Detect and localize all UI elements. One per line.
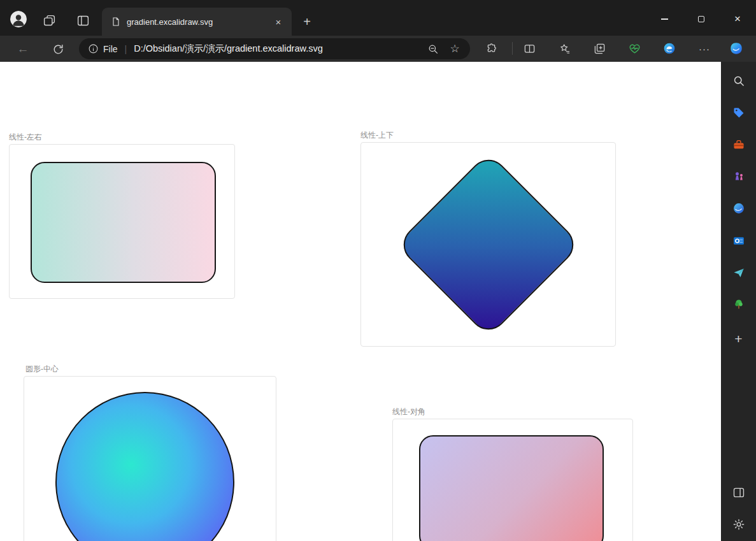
site-info-icon[interactable] bbox=[88, 43, 99, 54]
shopping-icon[interactable] bbox=[729, 103, 748, 122]
games-icon[interactable] bbox=[729, 166, 748, 186]
toolbar-divider bbox=[512, 42, 513, 55]
address-separator: | bbox=[125, 44, 127, 54]
file-icon bbox=[111, 17, 121, 27]
url-text: D:/Obsidian/演示/演示/gradient.excalidraw.sv… bbox=[134, 43, 419, 55]
shape-card-radial-center bbox=[24, 376, 276, 541]
shape-card-linear-lr bbox=[9, 144, 235, 299]
search-icon[interactable] bbox=[729, 71, 748, 90]
shape-label-linear-diag: 线性-对角 bbox=[392, 407, 425, 417]
shape-label-linear-tb: 线性-上下 bbox=[360, 130, 394, 141]
split-screen-icon[interactable] bbox=[520, 39, 539, 58]
address-bar[interactable]: File | D:/Obsidian/演示/演示/gradient.excali… bbox=[79, 38, 470, 59]
window-minimize-button[interactable] bbox=[650, 9, 679, 29]
titlebar: gradient.excalidraw.svg × + × bbox=[0, 0, 756, 36]
shape-card-linear-tb bbox=[360, 142, 616, 347]
gradient-rect-diagonal bbox=[419, 435, 604, 541]
refresh-button[interactable] bbox=[48, 39, 68, 59]
browser-essentials-icon[interactable] bbox=[625, 39, 644, 58]
sidebar-customize-icon[interactable]: + bbox=[729, 329, 748, 349]
scheme-label: File bbox=[103, 44, 118, 54]
window-maximize-button[interactable] bbox=[687, 9, 716, 29]
new-tab-button[interactable]: + bbox=[297, 12, 317, 31]
edge-logo-icon[interactable] bbox=[660, 39, 679, 58]
gradient-rect-left-right bbox=[31, 162, 216, 283]
settings-gear-icon[interactable] bbox=[729, 514, 748, 534]
shape-label-radial-center: 圆形-中心 bbox=[25, 364, 59, 375]
toolbox-icon[interactable] bbox=[729, 134, 748, 154]
tab-actions-icon[interactable] bbox=[74, 11, 92, 29]
person-icon bbox=[10, 11, 27, 27]
page-content: 线性-左右 线性-上下 圆形-中心 线性-对角 bbox=[0, 62, 721, 541]
browser-tab[interactable]: gradient.excalidraw.svg × bbox=[102, 8, 292, 36]
back-button[interactable]: ← bbox=[13, 39, 33, 59]
gradient-circle-center bbox=[55, 392, 234, 541]
extensions-icon[interactable] bbox=[481, 39, 501, 58]
m365-icon[interactable] bbox=[729, 198, 748, 218]
gradient-diamond-top-bottom bbox=[396, 152, 581, 337]
favorite-star-icon[interactable]: ☆ bbox=[447, 41, 462, 57]
edge-sidebar: + bbox=[721, 62, 756, 541]
shape-label-linear-lr: 线性-左右 bbox=[9, 132, 42, 143]
more-menu-icon[interactable]: ··· bbox=[695, 39, 714, 58]
drop-icon[interactable] bbox=[729, 263, 748, 282]
shape-card-linear-diag bbox=[392, 419, 633, 541]
browser-window: gradient.excalidraw.svg × + × ← File | D… bbox=[0, 0, 756, 541]
collections-icon[interactable] bbox=[590, 39, 609, 58]
profile-avatar[interactable] bbox=[10, 11, 27, 27]
copilot-icon[interactable] bbox=[727, 39, 746, 58]
toolbar: ← File | D:/Obsidian/演示/演示/gradient.exca… bbox=[0, 36, 756, 62]
window-close-button[interactable]: × bbox=[723, 9, 752, 29]
outlook-icon[interactable] bbox=[729, 231, 748, 250]
sidebar-panel-toggle-icon[interactable] bbox=[729, 482, 748, 502]
tree-icon[interactable] bbox=[729, 294, 748, 314]
tab-title: gradient.excalidraw.svg bbox=[127, 17, 266, 27]
workspaces-icon[interactable] bbox=[40, 11, 58, 29]
tab-close-icon[interactable]: × bbox=[271, 15, 285, 29]
favorites-icon[interactable] bbox=[555, 39, 574, 58]
zoom-out-icon[interactable] bbox=[425, 41, 441, 57]
